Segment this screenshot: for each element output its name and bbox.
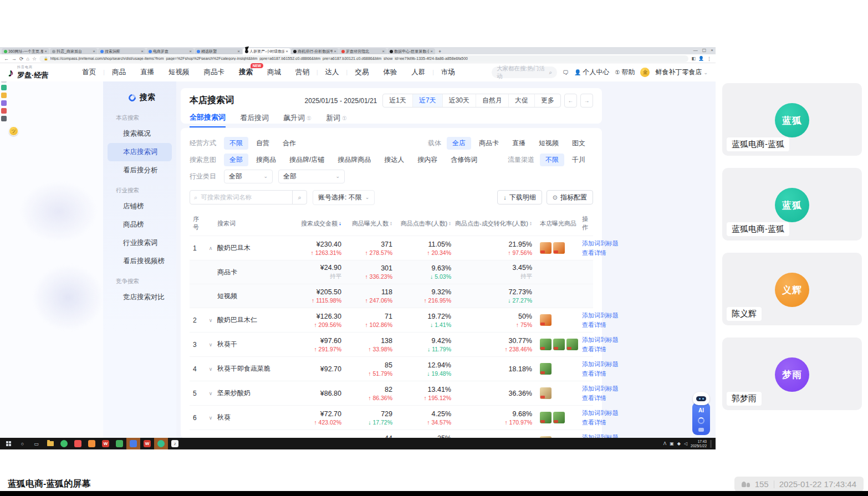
product-thumbnail[interactable]	[540, 387, 552, 399]
shop-switcher[interactable]: 鲜食补丁零食店 ⌄	[655, 68, 708, 77]
minimize-icon[interactable]: —	[693, 48, 698, 53]
taskbar-app-icon[interactable]	[113, 438, 126, 449]
help-link[interactable]: ① 帮助	[615, 68, 635, 77]
table-row[interactable]: 1 ∧ 酸奶巴旦木 ¥230.40↑ 1263.31%371↑ 278.57%1…	[190, 236, 593, 260]
sidebar-item[interactable]: 看后搜视频榜	[103, 252, 176, 270]
start-button[interactable]	[2, 438, 16, 449]
sidebar-item[interactable]: 竞店搜索对比	[103, 288, 176, 306]
nav-item[interactable]: 交易	[348, 68, 376, 77]
tab-close-icon[interactable]: ×	[141, 49, 144, 54]
product-thumbnail[interactable]	[540, 339, 552, 350]
range-button[interactable]: 近1天	[383, 94, 412, 107]
filter-chip[interactable]: 搜品牌/店铺	[284, 154, 330, 166]
filter-chip[interactable]: 搜商品	[251, 154, 282, 166]
date-range-value[interactable]: 2025/01/15 - 2025/01/21	[304, 97, 377, 105]
action-link[interactable]: 查看详情	[582, 369, 619, 379]
dock-extension-icon[interactable]	[1, 116, 7, 121]
tab-close-icon[interactable]: ×	[237, 49, 240, 54]
action-link[interactable]: 查看详情	[582, 320, 619, 330]
filter-chip[interactable]: 商品卡	[473, 137, 504, 150]
dock-extension-icon[interactable]	[1, 100, 7, 106]
participant-tile[interactable]: 蓝狐 蓝狐电商-蓝狐	[722, 168, 862, 241]
table-row[interactable]: 5 ∨ 坚果炒酸奶 ¥86.8082↑ 86.36%13.41%↑ 195.12…	[190, 381, 593, 405]
forward-icon[interactable]: →	[12, 56, 17, 62]
taskbar-app-icon[interactable]	[71, 438, 85, 449]
nav-item[interactable]: 人群	[404, 68, 432, 77]
taskbar-app-icon[interactable]: ♪	[168, 438, 182, 449]
nav-item[interactable]: 商城	[260, 68, 288, 77]
prev-period-button[interactable]: ←	[564, 94, 577, 108]
sidebar-item[interactable]: 看后搜分析	[103, 161, 176, 180]
expand-caret-icon[interactable]: ∨	[204, 342, 217, 347]
table-row[interactable]: 3 ∨ 秋葵干 ¥97.60↑ 291.97%138↑ 33.98%9.42%↓…	[190, 332, 593, 356]
expand-caret-icon[interactable]: ∨	[204, 415, 217, 421]
nav-item[interactable]: 市场	[434, 68, 462, 77]
sidebar-item[interactable]: 本店搜索词	[108, 143, 172, 161]
word-tab[interactable]: 飙升词①	[283, 113, 312, 127]
home-icon[interactable]: ⌂	[27, 56, 29, 62]
participant-tile[interactable]: 蓝狐 蓝狐电商-蓝狐	[722, 83, 862, 156]
taskbar-app-icon[interactable]	[126, 438, 140, 449]
filter-chip[interactable]: 短视频	[533, 137, 564, 150]
table-row[interactable]: 6 ∨ 秋葵 ¥72.70↑ 423.02%729↓ 17.72%4.25%↑ …	[190, 405, 593, 429]
filter-chip[interactable]: 直播	[507, 137, 531, 150]
action-link[interactable]: 查看详情	[582, 418, 619, 427]
bookmark-star-icon[interactable]: ☆	[32, 56, 37, 62]
product-thumbnail[interactable]	[553, 339, 565, 350]
word-tab[interactable]: 看后搜词	[240, 113, 269, 127]
profile-icon[interactable]: 👤	[698, 56, 704, 61]
product-thumbnail[interactable]	[553, 412, 565, 423]
extensions-icon[interactable]: ◧	[691, 56, 696, 61]
nav-item[interactable]: 体验	[376, 68, 404, 77]
product-thumbnail[interactable]	[540, 412, 552, 423]
sidebar-item[interactable]: 商品榜	[103, 216, 176, 234]
browser-tab[interactable]: 精选联盟 ×	[195, 48, 242, 54]
filter-chip[interactable]: 搜达人	[379, 154, 410, 166]
taskbar-search-icon[interactable]: ○	[16, 438, 29, 449]
sidebar-item[interactable]: 搜索概况	[103, 125, 176, 143]
col-header[interactable]: 商品点击率(人数)▲▼	[392, 219, 451, 228]
participant-tile[interactable]: 梦雨 郭梦雨	[722, 338, 862, 410]
sidebar-item[interactable]: 行业搜索词	[103, 234, 176, 252]
taskbar-app-icon[interactable]	[57, 438, 71, 449]
col-header[interactable]: 搜索成交金额▲▼	[283, 219, 341, 228]
back-icon[interactable]: ←	[4, 56, 9, 62]
tab-close-icon[interactable]: ×	[189, 49, 192, 54]
browser-tab[interactable]: 抖店_商家后台 ×	[50, 48, 98, 54]
nav-item[interactable]: 首页	[75, 68, 103, 77]
nav-item[interactable]: 商品卡	[196, 68, 232, 77]
close-icon[interactable]: ×	[711, 48, 713, 53]
action-link[interactable]: 添加词到标题	[582, 384, 619, 393]
message-icon[interactable]: 🗨	[563, 69, 569, 76]
action-link[interactable]: 查看详情	[582, 248, 619, 258]
dock-extension-icon[interactable]	[1, 93, 7, 98]
filter-chip[interactable]: 全部	[224, 154, 248, 166]
refresh-icon[interactable]: ⟳	[19, 56, 24, 62]
product-thumbnail[interactable]	[540, 363, 552, 375]
taskbar-app-icon[interactable]	[85, 438, 99, 449]
maximize-icon[interactable]: ▢	[702, 48, 707, 53]
category-select-1[interactable]: 全部 ⌄	[224, 170, 273, 183]
browser-tab[interactable]: 数据中心-巨量算数小时版 ×	[387, 48, 435, 54]
nav-item[interactable]: 营销	[288, 68, 316, 77]
task-view-icon[interactable]: ▭	[29, 438, 43, 449]
category-select-2[interactable]: 全部 ⌄	[278, 170, 345, 183]
col-header[interactable]: 商品点击-成交转化率(人数)▲▼	[451, 219, 532, 228]
tray-chevron-icon[interactable]: ᐱ	[663, 441, 666, 446]
range-button[interactable]: 近7天	[412, 94, 442, 107]
table-row[interactable]: 4 ∨ 秋葵干即食蔬菜脆 ¥92.7085↑ 51.79%12.94%↓ 19.…	[190, 356, 593, 381]
action-link[interactable]: 添加词到标题	[582, 311, 619, 320]
sidebar-item[interactable]: 店铺榜	[103, 197, 176, 216]
action-link[interactable]: 添加词到标题	[582, 239, 619, 248]
product-thumbnail[interactable]	[540, 242, 552, 254]
expand-caret-icon[interactable]: ∨	[204, 391, 217, 396]
filter-chip[interactable]: 含修饰词	[445, 154, 483, 166]
dock-extension-icon[interactable]	[1, 85, 7, 90]
show-desktop-button[interactable]	[710, 440, 712, 448]
action-link[interactable]: 查看详情	[582, 345, 619, 354]
address-field[interactable]: 🔒 https://compass.jinritemai.com/shop/se…	[39, 55, 688, 62]
nav-item[interactable]: 短视频	[161, 68, 197, 77]
filter-chip[interactable]: 图文	[566, 137, 591, 150]
table-row[interactable]: 7 ∨ 新疆坚果酸奶片 ¥71.8044↑ 62.96%25%↑ 237.5%1…	[190, 429, 593, 438]
action-link[interactable]: 添加词到标题	[582, 360, 619, 369]
